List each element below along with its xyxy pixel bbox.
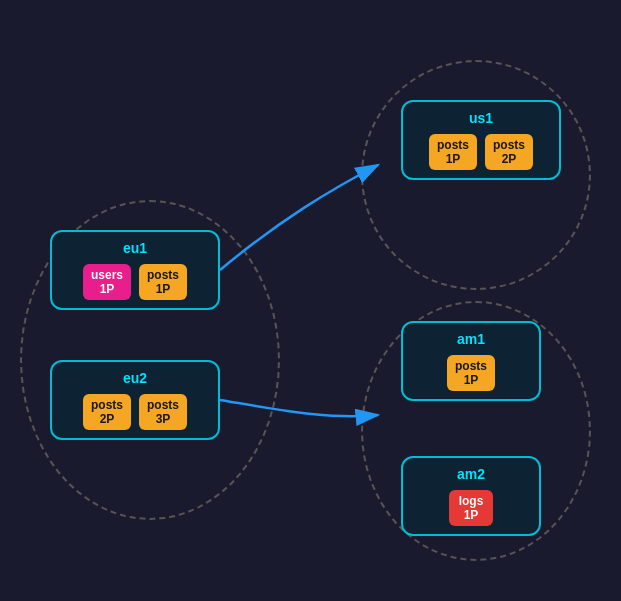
am2-partition-logs-1p: logs 1P [449,490,493,526]
eu2-p2-name: posts [147,398,179,412]
eu1-partition-users-1p: users 1P [83,264,131,300]
eu1-partition-posts-1p: posts 1P [139,264,187,300]
us1-p1-num: 1P [446,152,461,166]
eu2-p1-num: 2P [100,412,115,426]
eu2-node: eu2 posts 2P posts 3P [50,360,220,440]
am2-partitions: logs 1P [415,490,527,526]
us1-p2-num: 2P [502,152,517,166]
eu1-partitions: users 1P posts 1P [64,264,206,300]
am1-partitions: posts 1P [415,355,527,391]
am2-p1-name: logs [459,494,484,508]
am1-p1-name: posts [455,359,487,373]
eu2-partitions: posts 2P posts 3P [64,394,206,430]
am2-p1-num: 1P [464,508,479,522]
eu2-partition-posts-3p: posts 3P [139,394,187,430]
am1-node: am1 posts 1P [401,321,541,401]
am1-title: am1 [415,331,527,347]
us1-title: us1 [415,110,547,126]
am2-node: am2 logs 1P [401,456,541,536]
eu2-p1-name: posts [91,398,123,412]
us1-p1-name: posts [437,138,469,152]
am1-p1-num: 1P [464,373,479,387]
eu2-partition-posts-2p: posts 2P [83,394,131,430]
eu1-p1-num: 1P [100,282,115,296]
eu1-p2-num: 1P [156,282,171,296]
eu1-p2-name: posts [147,268,179,282]
eu2-title: eu2 [64,370,206,386]
diagram: us1 posts 1P posts 2P eu1 users 1P posts… [0,0,621,601]
am1-partition-posts-1p: posts 1P [447,355,495,391]
eu1-node: eu1 users 1P posts 1P [50,230,220,310]
us1-partition-posts-1p: posts 1P [429,134,477,170]
us1-node: us1 posts 1P posts 2P [401,100,561,180]
us1-partitions: posts 1P posts 2P [415,134,547,170]
eu1-title: eu1 [64,240,206,256]
us1-p2-name: posts [493,138,525,152]
eu2-p2-num: 3P [156,412,171,426]
us1-partition-posts-2p: posts 2P [485,134,533,170]
am2-title: am2 [415,466,527,482]
eu1-p1-name: users [91,268,123,282]
